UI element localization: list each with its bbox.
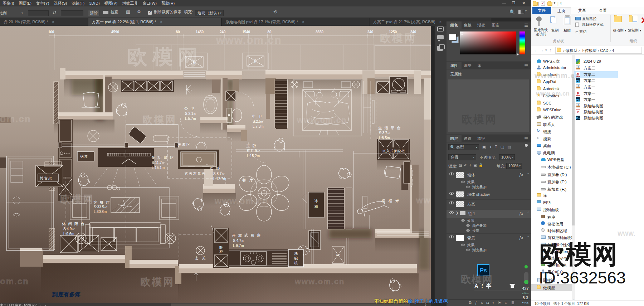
svg-text:S:4.9㎡: S:4.9㎡ bbox=[63, 227, 75, 231]
svg-text:1540: 1540 bbox=[242, 30, 250, 34]
svg-text:休 闲 阳 台: 休 闲 阳 台 bbox=[62, 222, 85, 226]
svg-text:榻 榻 米: 榻 榻 米 bbox=[381, 199, 400, 203]
svg-text:生 卫: 生 卫 bbox=[252, 114, 263, 118]
svg-text:3650: 3650 bbox=[316, 30, 324, 34]
svg-text:洗漱区: 洗漱区 bbox=[177, 142, 191, 146]
svg-text:公 卫: 公 卫 bbox=[184, 106, 195, 111]
svg-text:L:9.7m: L:9.7m bbox=[233, 244, 244, 248]
svg-text:机: 机 bbox=[294, 261, 298, 265]
svg-text:L:7.3m: L:7.3m bbox=[253, 125, 264, 128]
svg-text:S:3.7㎡: S:3.7㎡ bbox=[379, 131, 391, 135]
svg-text:80: 80 bbox=[267, 30, 272, 34]
svg-text:S:11.9㎡: S:11.9㎡ bbox=[247, 149, 260, 153]
svg-text:嵌入式保险柜: 嵌入式保险柜 bbox=[382, 149, 405, 153]
svg-text:L:15.2m: L:15.2m bbox=[247, 154, 260, 158]
svg-text:om.cn: om.cn bbox=[0, 113, 31, 124]
svg-text:S:4.7㎡: S:4.7㎡ bbox=[233, 239, 245, 243]
svg-text:om.cn: om.cn bbox=[0, 276, 29, 286]
svg-text:欧模网: 欧模网 bbox=[142, 114, 177, 125]
svg-text:240: 240 bbox=[220, 30, 226, 34]
svg-text:AC: AC bbox=[336, 253, 341, 257]
svg-text:S:8.7㎡: S:8.7㎡ bbox=[213, 172, 225, 176]
svg-text:S:2.1㎡: S:2.1㎡ bbox=[185, 112, 197, 116]
svg-text:www.om.cn: www.om.cn bbox=[214, 196, 268, 206]
svg-text:到底有多疼: 到底有多疼 bbox=[52, 291, 81, 297]
svg-text:柜: 柜 bbox=[219, 249, 223, 253]
svg-text:欧模网: 欧模网 bbox=[380, 32, 416, 44]
svg-text:240: 240 bbox=[367, 30, 374, 34]
svg-text:玄 关: 玄 关 bbox=[195, 256, 207, 260]
svg-text:L:9.6m: L:9.6m bbox=[63, 232, 74, 236]
svg-text:80: 80 bbox=[176, 30, 180, 34]
svg-text:ww: ww bbox=[416, 195, 431, 205]
svg-text:L:12.7m: L:12.7m bbox=[213, 177, 226, 181]
svg-text:欧模网: 欧模网 bbox=[60, 194, 94, 205]
svg-text:160: 160 bbox=[48, 30, 54, 34]
svg-text:4590: 4590 bbox=[111, 30, 119, 34]
svg-text:博古架: 博古架 bbox=[40, 176, 53, 180]
svg-text:鞋: 鞋 bbox=[219, 246, 223, 249]
svg-text:冰: 冰 bbox=[314, 199, 318, 203]
svg-text:钢琴: 钢琴 bbox=[80, 155, 88, 159]
svg-text:S:2.5㎡: S:2.5㎡ bbox=[253, 120, 264, 123]
svg-text:L:15.1m: L:15.1m bbox=[152, 166, 165, 170]
svg-text:碗: 碗 bbox=[294, 256, 298, 260]
svg-text:www.om.cn: www.om.cn bbox=[294, 277, 345, 286]
svg-text:www.om.cn: www.om.cn bbox=[216, 34, 282, 46]
svg-text:玄关对景画: 玄关对景画 bbox=[185, 171, 206, 175]
svg-text:客 餐 厅: 客 餐 厅 bbox=[93, 200, 110, 204]
svg-text:开 放 式 厨 房: 开 放 式 厨 房 bbox=[232, 233, 261, 237]
svg-text:洗: 洗 bbox=[294, 252, 298, 256]
svg-text:餐 厅: 餐 厅 bbox=[242, 178, 254, 182]
svg-text:欧模网: 欧模网 bbox=[140, 276, 175, 287]
svg-text:S:33.5㎡: S:33.5㎡ bbox=[94, 205, 108, 209]
svg-text:欧模网: 欧模网 bbox=[127, 45, 203, 68]
svg-text:箱: 箱 bbox=[314, 204, 318, 208]
svg-text:AC: AC bbox=[254, 59, 257, 63]
svg-text:多 功 能 区: 多 功 能 区 bbox=[151, 155, 175, 160]
svg-text:L:5.7m: L:5.7m bbox=[185, 117, 196, 121]
svg-text:主 卧: 主 卧 bbox=[246, 144, 257, 148]
svg-text:1450: 1450 bbox=[196, 30, 204, 34]
svg-text:次 卧: 次 卧 bbox=[210, 166, 220, 170]
svg-text:生 活 阳 台: 生 活 阳 台 bbox=[378, 126, 401, 130]
svg-text:L:30.8m: L:30.8m bbox=[94, 210, 107, 214]
svg-text:S:11.7㎡: S:11.7㎡ bbox=[152, 161, 165, 165]
svg-text:L:8.5m: L:8.5m bbox=[379, 136, 390, 140]
svg-text:www.om.cn: www.om.cn bbox=[297, 116, 347, 125]
